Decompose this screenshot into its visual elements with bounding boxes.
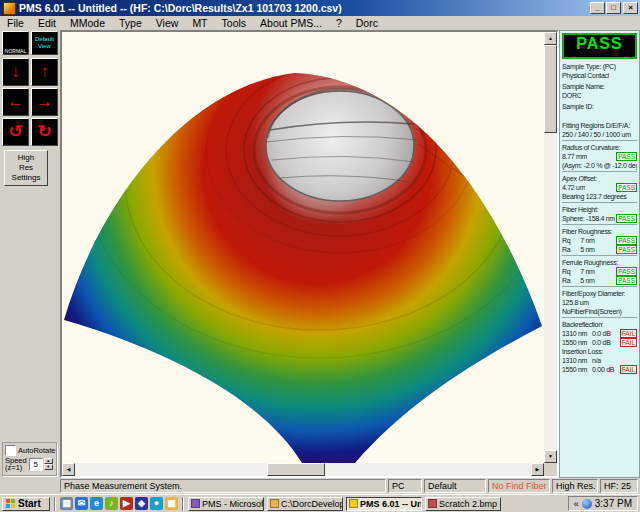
result-line: Ra 5 nmPASS bbox=[562, 276, 637, 285]
result-line: NoFiberFind(Screen) bbox=[562, 307, 637, 316]
move-left-button[interactable]: ← bbox=[2, 88, 29, 116]
autorotate-checkbox[interactable] bbox=[5, 445, 16, 456]
result-group: Sample Type: (PC)Physical Contact bbox=[562, 62, 637, 81]
result-text: 125.8 um bbox=[562, 298, 589, 307]
result-line: 1310 nm n/a bbox=[562, 356, 637, 365]
scroll-down-icon[interactable]: ▼ bbox=[544, 450, 557, 463]
surface-viewport: ▲ ▼ ◀ ▶ bbox=[60, 30, 559, 478]
result-line: Sample Type: (PC) bbox=[562, 62, 637, 71]
result-line: 1550 nm 0.00 dBFAIL bbox=[562, 365, 637, 374]
left-toolbar: NORMAL Default View ↓ ↑ ← → ↺ ↻ High Res… bbox=[0, 30, 60, 478]
visual-studio-icon[interactable]: ◆ bbox=[135, 497, 148, 510]
result-text: Fitting Regions D/E/F/A: bbox=[562, 121, 630, 130]
result-group: Fiber Height:Sphere: -158.4 nmPASS bbox=[562, 205, 637, 225]
status-message: Phase Measurement System. bbox=[60, 479, 386, 493]
winamp-icon[interactable]: ▶ bbox=[120, 497, 133, 510]
result-line: Apex Offset: bbox=[562, 174, 637, 183]
result-line: Insertion Loss: bbox=[562, 347, 637, 356]
high-res-settings-button[interactable]: High Res Settings bbox=[4, 150, 48, 186]
scroll-right-icon[interactable]: ▶ bbox=[531, 463, 544, 476]
result-line: Physical Contact bbox=[562, 71, 637, 80]
menu-item-view[interactable]: View bbox=[149, 17, 186, 29]
task-buttons-area: PMS - Microsoft Vis...C:\DorcDevelopm...… bbox=[188, 497, 501, 511]
menu-item-dorc[interactable]: Dorc bbox=[349, 17, 385, 29]
task-dorc-folder-label: C:\DorcDevelopm... bbox=[281, 499, 343, 509]
result-line: Fiber/Epoxy Diameter: bbox=[562, 289, 637, 298]
status-field-hf-25: HF: 25 bbox=[600, 479, 638, 493]
result-text: Ferrule Roughness: bbox=[562, 258, 618, 267]
media-app-icon[interactable]: ♪ bbox=[105, 497, 118, 510]
scroll-left-icon[interactable]: ◀ bbox=[62, 463, 75, 476]
task-pms-601-label: PMS 6.01 -- Unti... bbox=[360, 499, 422, 509]
restore-button[interactable]: □ bbox=[606, 2, 621, 14]
vertical-scrollbar[interactable]: ▲ ▼ bbox=[544, 32, 557, 463]
result-text: 1310 nm n/a bbox=[562, 356, 601, 365]
quick-launch-area: ▤✉e♪▶◆●▦ bbox=[60, 497, 178, 510]
result-line: Rq 7 nmPASS bbox=[562, 267, 637, 276]
task-pms-601-icon bbox=[349, 499, 358, 508]
menu-item-tools[interactable]: Tools bbox=[215, 17, 254, 29]
result-text: Sample Type: (PC) bbox=[562, 62, 616, 71]
scroll-up-icon[interactable]: ▲ bbox=[544, 32, 557, 45]
result-group: Backreflection:1310 nm 0.0 dBFAIL1550 nm… bbox=[562, 320, 637, 375]
menu-item-edit[interactable]: Edit bbox=[31, 17, 63, 29]
menu-item-help[interactable]: ? bbox=[329, 17, 349, 29]
result-line: 250 / 140 / 50 / 1000 um bbox=[562, 130, 637, 139]
rotation-arrow-grid: ↓ ↑ ← → ↺ ↻ bbox=[0, 56, 60, 148]
result-line: Radius of Curvature: bbox=[562, 143, 637, 152]
move-right-button[interactable]: → bbox=[31, 88, 58, 116]
result-text: Fiber Height: bbox=[562, 205, 598, 214]
rotate-ccw-button[interactable]: ↺ bbox=[2, 118, 29, 146]
menu-item-mmode[interactable]: MMode bbox=[63, 17, 112, 29]
status-spacer bbox=[2, 479, 58, 493]
tray-network-icon[interactable] bbox=[582, 499, 592, 509]
vertical-scroll-thumb[interactable] bbox=[544, 45, 557, 133]
start-button[interactable]: Start bbox=[2, 497, 50, 511]
result-line: Fiber Height: bbox=[562, 205, 637, 214]
minimize-button[interactable]: _ bbox=[590, 2, 605, 14]
result-text: Sphere: -158.4 nm bbox=[562, 214, 615, 223]
fail-badge: FAIL bbox=[620, 329, 637, 338]
tray-chevron-icon[interactable]: « bbox=[574, 499, 579, 509]
horizontal-scrollbar[interactable]: ◀ ▶ bbox=[62, 463, 544, 476]
internet-explorer-icon[interactable]: e bbox=[90, 497, 103, 510]
menu-item-mt[interactable]: MT bbox=[185, 17, 214, 29]
task-pms-601[interactable]: PMS 6.01 -- Unti... bbox=[346, 497, 422, 511]
task-pms-visual-studio[interactable]: PMS - Microsoft Vis... bbox=[188, 497, 264, 511]
result-text: 1550 nm 0.0 dB bbox=[562, 338, 611, 347]
messenger-icon[interactable]: ● bbox=[150, 497, 163, 510]
menu-item-file[interactable]: File bbox=[0, 17, 31, 29]
mail-icon[interactable]: ✉ bbox=[75, 497, 88, 510]
document-icon[interactable]: ▤ bbox=[60, 497, 73, 510]
speed-label: Speed (z=1) bbox=[5, 457, 27, 471]
result-line: Fiber Roughness: bbox=[562, 227, 637, 236]
speed-down-icon[interactable]: ▼ bbox=[44, 464, 53, 470]
result-text: Physical Contact bbox=[562, 71, 609, 80]
default-view-button[interactable]: Default View bbox=[31, 31, 58, 55]
autorotate-label: AutoRotate bbox=[18, 446, 56, 455]
task-scratch-paint[interactable]: Scratch 2.bmp - P... bbox=[425, 497, 501, 511]
result-text: 1550 nm 0.00 dB bbox=[562, 365, 614, 374]
menu-item-about-pms[interactable]: About PMS... bbox=[253, 17, 329, 29]
rotate-cw-button[interactable]: ↻ bbox=[31, 118, 58, 146]
close-button[interactable]: × bbox=[623, 2, 638, 14]
folder-icon[interactable]: ▦ bbox=[165, 497, 178, 510]
result-text: Sample Name: bbox=[562, 82, 605, 91]
normal-mode-button[interactable]: NORMAL bbox=[2, 31, 29, 55]
high-res-line: Res bbox=[19, 163, 33, 172]
result-text: Bearing 123.7 degrees bbox=[562, 192, 627, 201]
surface-3d-view[interactable] bbox=[62, 32, 544, 463]
task-dorc-folder[interactable]: C:\DorcDevelopm... bbox=[267, 497, 343, 511]
result-group: Ferrule Roughness:Rq 7 nmPASSRa 5 nmPASS bbox=[562, 258, 637, 287]
speed-value-field[interactable]: 5 bbox=[29, 458, 43, 471]
move-up-button[interactable]: ↑ bbox=[31, 58, 58, 86]
menu-item-type[interactable]: Type bbox=[112, 17, 149, 29]
result-line: 8.77 mmPASS bbox=[562, 152, 637, 161]
result-line: Ferrule Roughness: bbox=[562, 258, 637, 267]
horizontal-scroll-thumb[interactable] bbox=[267, 463, 325, 476]
task-pms-visual-studio-icon bbox=[191, 499, 200, 508]
move-down-button[interactable]: ↓ bbox=[2, 58, 29, 86]
results-panel: PASS Sample Type: (PC)Physical ContactSa… bbox=[559, 30, 640, 478]
result-group bbox=[562, 113, 637, 120]
overall-pass-badge: PASS bbox=[562, 33, 637, 59]
